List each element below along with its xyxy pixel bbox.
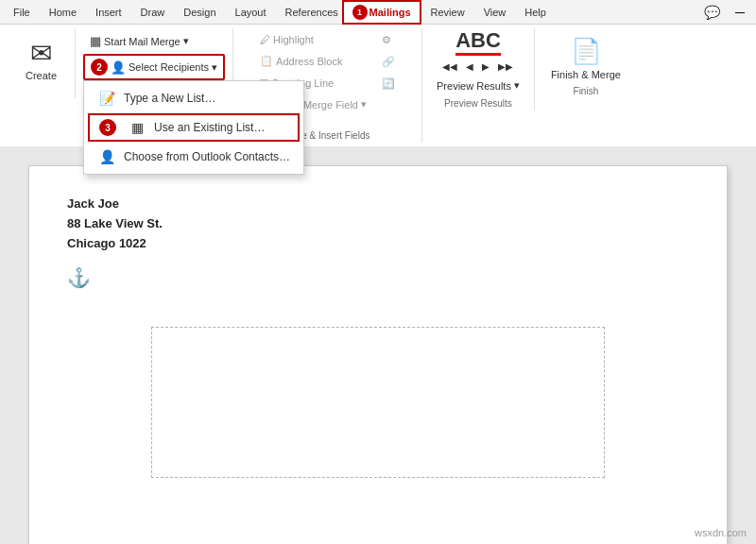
next-record-button[interactable]: ▶▶ [494, 60, 517, 74]
tab-mailings[interactable]: 1 Mailings [342, 0, 421, 25]
abc-preview-icon: ABC [455, 30, 501, 56]
start-mail-merge-icon: ▦ [90, 34, 101, 48]
comment-icon[interactable]: 💬 [696, 1, 728, 24]
type-new-list-item[interactable]: 📝 Type a New List… [84, 85, 303, 111]
start-mail-merge-button[interactable]: ▦ Start Mail Merge ▾ [83, 30, 225, 52]
preview-results-group-label: Preview Results [422, 98, 534, 109]
use-existing-list-item[interactable]: 3 ▦ Use an Existing List… [88, 113, 300, 142]
match-fields-button[interactable]: 🔗 [375, 52, 402, 72]
address-block-button[interactable]: 📋 Address Block [253, 51, 373, 71]
update-labels-button[interactable]: 🔄 [375, 74, 402, 94]
highlight-icon: 🖊 [260, 34, 270, 45]
select-recipients-badge: 2 [91, 59, 108, 76]
use-existing-list-label: Use an Existing List… [154, 121, 265, 134]
insert-merge-field-arrow: ▾ [361, 98, 367, 110]
highlight-button[interactable]: 🖊 Highlight [253, 30, 373, 49]
address-line1: Jack Joe [67, 195, 689, 214]
prev-record-button[interactable]: ◀◀ [438, 60, 461, 74]
document-content-area [151, 327, 605, 478]
address-line2: 88 Lake View St. [67, 214, 689, 234]
select-recipients-label: Select Recipients [129, 61, 209, 73]
person-icon: 👤 [111, 60, 126, 75]
tab-references[interactable]: References [276, 0, 342, 25]
ribbon-group-create: ✉ Create [8, 28, 76, 98]
start-mail-merge-label: Start Mail Merge [104, 36, 180, 47]
select-recipients-arrow: ▾ [212, 61, 217, 74]
match-fields-icon: 🔗 [382, 56, 395, 68]
ribbon-content: ✉ Create ▦ Start Mail Merge ▾ 2 👤 Select… [0, 25, 756, 146]
use-existing-badge: 3 [99, 119, 116, 136]
envelope-icon: ✉ [30, 41, 52, 67]
type-new-list-icon: 📝 [97, 91, 116, 106]
preview-results-button[interactable]: Preview Results ▾ [430, 76, 526, 95]
tab-insert[interactable]: Insert [86, 0, 131, 25]
select-recipients-dropdown: 📝 Type a New List… 3 ▦ Use an Existing L… [83, 80, 304, 175]
finish-merge-label: Finish & Merge [551, 69, 621, 80]
anchor-icon: ⚓ [67, 266, 91, 289]
app-container: File Home Insert Draw Design Layout Refe… [0, 0, 756, 544]
tab-help[interactable]: Help [515, 0, 556, 25]
tab-design[interactable]: Design [174, 0, 225, 25]
tab-review[interactable]: Review [421, 0, 474, 25]
address-line3: Chicago 1022 [67, 234, 689, 254]
update-labels-icon: 🔄 [382, 77, 395, 90]
create-button[interactable]: ✉ Create [17, 32, 65, 89]
next-button[interactable]: ▶ [478, 60, 493, 74]
create-label: Create [26, 70, 57, 81]
select-recipients-button[interactable]: 2 👤 Select Recipients ▾ [83, 54, 225, 80]
preview-results-label: Preview Results [437, 80, 511, 92]
tab-view[interactable]: View [474, 0, 516, 25]
finish-merge-icon: 📄 [571, 37, 601, 66]
mailings-badge: 1 [352, 5, 368, 20]
finish-group-label: Finish [535, 86, 637, 96]
rules-icon: ⚙ [382, 34, 391, 46]
watermark: wsxdn.com [695, 527, 747, 538]
finish-merge-button[interactable]: 📄 Finish & Merge [542, 30, 629, 87]
start-mail-merge-items: ▦ Start Mail Merge ▾ 2 👤 Select Recipien… [83, 30, 225, 94]
outlook-contacts-icon: 👤 [97, 149, 116, 164]
choose-from-outlook-label: Choose from Outlook Contacts… [124, 150, 290, 163]
address-block-icon: 📋 [260, 55, 273, 67]
preview-results-arrow: ▾ [514, 79, 520, 92]
highlight-label: Highlight [273, 34, 314, 45]
minimize-icon[interactable]: ─ [728, 1, 752, 24]
tab-file[interactable]: File [4, 0, 40, 25]
ribbon-group-preview: ABC ◀◀ ◀ ▶ ▶▶ Preview Results ▾ Preview … [422, 28, 535, 110]
type-new-list-label: Type a New List… [124, 92, 215, 105]
use-existing-list-icon: ▦ [128, 120, 146, 135]
document-address: Jack Joe 88 Lake View St. Chicago 1022 [67, 195, 689, 253]
choose-from-outlook-item[interactable]: 👤 Choose from Outlook Contacts… [84, 144, 303, 170]
tab-layout[interactable]: Layout [226, 0, 276, 25]
start-mail-merge-dropdown-arrow: ▾ [183, 35, 189, 47]
document-page: Jack Joe 88 Lake View St. Chicago 1022 ⚓ [28, 165, 728, 544]
ribbon-group-start-mail-merge: ▦ Start Mail Merge ▾ 2 👤 Select Recipien… [76, 28, 233, 98]
tab-home[interactable]: Home [40, 0, 86, 25]
tab-draw[interactable]: Draw [131, 0, 175, 25]
ribbon-tabs-bar: File Home Insert Draw Design Layout Refe… [0, 0, 756, 25]
ribbon-group-finish: 📄 Finish & Merge Finish [535, 28, 637, 98]
address-block-label: Address Block [276, 56, 342, 67]
prev-button[interactable]: ◀ [462, 60, 477, 74]
rules-button[interactable]: ⚙ [375, 30, 402, 50]
document-area: Jack Joe 88 Lake View St. Chicago 1022 ⚓ [0, 146, 756, 544]
select-recipients-container: 2 👤 Select Recipients ▾ 📝 Type a New Lis… [83, 54, 225, 80]
